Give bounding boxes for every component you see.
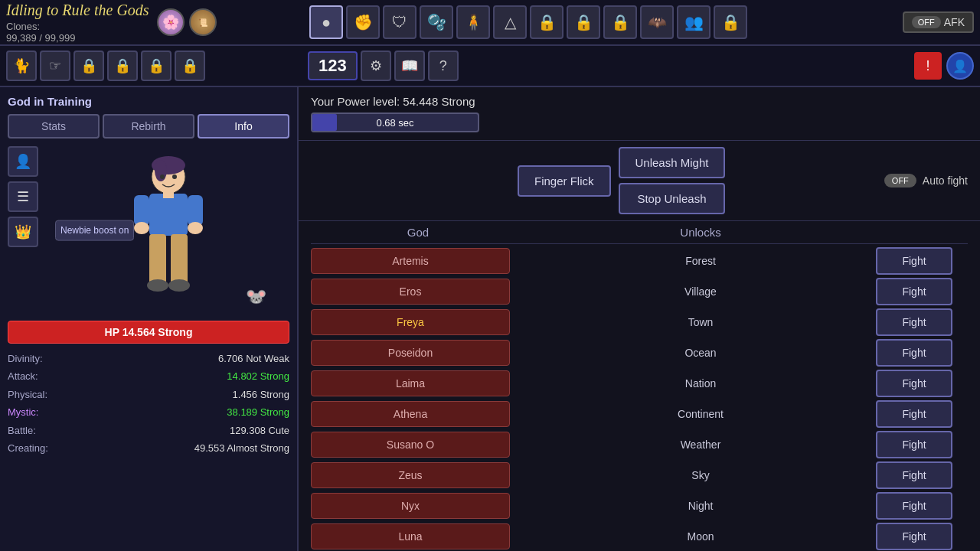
unlocks-cell: Forest	[531, 255, 870, 267]
resource-icons: 🌸 📜	[157, 8, 217, 36]
stats-grid: Divinity:6.706 Not WeakAttack:14.802 Str…	[8, 350, 289, 457]
avatar-icon[interactable]: 👤	[8, 146, 38, 177]
lock6-icon[interactable]: 🔒	[107, 51, 138, 81]
question-icon[interactable]: ?	[428, 51, 459, 81]
char-sprite: Newbie boost on	[47, 146, 289, 315]
stat-label: Mystic:	[8, 403, 38, 421]
icon-row2-left: 🐈☞🔒🔒🔒🔒	[6, 51, 305, 81]
menu-icon[interactable]: ☰	[8, 181, 38, 212]
god-button-laima[interactable]: Laima	[311, 370, 510, 396]
fight-col-header	[876, 226, 968, 239]
panel-title: God in Training	[8, 95, 289, 108]
god-button-artemis[interactable]: Artemis	[311, 248, 510, 274]
god-button-susano-o[interactable]: Susano O	[311, 432, 510, 458]
table-row: NyxNightFight	[311, 492, 968, 520]
svg-point-12	[168, 279, 190, 292]
hp-bar: HP 14.564 Strong	[8, 321, 289, 344]
fight-button-zeus[interactable]: Fight	[876, 461, 952, 489]
crown-icon[interactable]: 👑	[8, 217, 38, 247]
god-col-header: God	[311, 226, 525, 239]
svg-rect-4	[134, 195, 149, 226]
table-row: LunaMoonFight	[311, 523, 968, 550]
hand-icon[interactable]: ☞	[40, 51, 70, 81]
lock1-icon[interactable]: 🔒	[530, 5, 564, 39]
shield-icon[interactable]: 🛡	[383, 5, 416, 39]
person-icon[interactable]: 🧍	[456, 5, 490, 39]
circle-icon[interactable]: ●	[309, 5, 343, 39]
tab-rebirth[interactable]: Rebirth	[103, 114, 194, 139]
fight-button-artemis[interactable]: Fight	[876, 247, 952, 275]
pearl-icon[interactable]: 🌸	[157, 8, 185, 36]
stop-unleash-button[interactable]: Stop Unleash	[619, 183, 726, 214]
stat-value: 38.189 Strong	[227, 403, 289, 421]
stat-value: 6.706 Not Weak	[218, 350, 289, 367]
svg-rect-8	[163, 191, 174, 198]
tab-info[interactable]: Info	[198, 114, 289, 139]
action-bar: Your Power level: 54.448 Strong 0.68 sec	[299, 87, 980, 141]
alert-button[interactable]: !	[914, 52, 942, 80]
god-button-zeus[interactable]: Zeus	[311, 462, 510, 488]
gods-section: God Unlocks ArtemisForestFightErosVillag…	[299, 221, 980, 551]
tab-stats[interactable]: Stats	[8, 114, 100, 139]
drops-icon[interactable]: 🫧	[420, 5, 453, 39]
progress-fill	[312, 114, 337, 131]
finger-flick-button[interactable]: Finger Flick	[518, 165, 611, 197]
lock8-icon[interactable]: 🔒	[175, 51, 205, 81]
god-button-poseidon[interactable]: Poseidon	[311, 340, 510, 366]
fight-button-freya[interactable]: Fight	[876, 308, 952, 336]
fight-button-eros[interactable]: Fight	[876, 278, 952, 305]
auto-toggle-label: OFF	[884, 174, 916, 187]
lock7-icon[interactable]: 🔒	[141, 51, 172, 81]
progress-bar: 0.68 sec	[311, 112, 479, 132]
book-icon[interactable]: 📖	[394, 51, 425, 81]
fight-button-poseidon[interactable]: Fight	[876, 339, 952, 367]
svg-point-7	[188, 222, 203, 234]
avatar-button[interactable]: 👤	[946, 52, 974, 80]
mouse-icon: 🐭	[246, 287, 266, 307]
scroll-icon[interactable]: 📜	[189, 8, 217, 36]
unlocks-col-header: Unlocks	[525, 226, 876, 239]
lock3-icon[interactable]: 🔒	[603, 5, 637, 39]
god-button-freya[interactable]: Freya	[311, 309, 510, 335]
god-button-luna[interactable]: Luna	[311, 523, 510, 549]
svg-point-13	[160, 174, 165, 179]
bat-icon[interactable]: 🦇	[640, 5, 674, 39]
top-icons-row1: ●✊🛡🫧🧍△🔒🔒🔒🦇👥🔒	[309, 5, 747, 39]
table-row: ErosVillageFight	[311, 278, 968, 305]
fight-button-luna[interactable]: Fight	[876, 523, 952, 550]
power-level-text: Your Power level: 54.448 Strong	[311, 95, 968, 108]
table-row: ZeusSkyFight	[311, 461, 968, 489]
svg-point-6	[134, 222, 149, 234]
fight-button-nyx[interactable]: Fight	[876, 492, 952, 520]
unlocks-cell: Town	[531, 316, 870, 328]
stat-label: Battle:	[8, 422, 36, 439]
right-area: Your Power level: 54.448 Strong 0.68 sec…	[299, 87, 980, 551]
game-title: Idling to Rule the Gods	[6, 2, 149, 19]
fight-button-susano-o[interactable]: Fight	[876, 431, 952, 458]
cat-icon[interactable]: 🐈	[6, 51, 37, 81]
stat-row: Creating:49.553 Almost Strong	[8, 439, 289, 457]
left-panel: God in Training StatsRebirthInfo 👤☰👑 New…	[0, 87, 299, 551]
god-button-nyx[interactable]: Nyx	[311, 493, 510, 519]
god-button-eros[interactable]: Eros	[311, 279, 510, 305]
unleash-might-button[interactable]: Unleash Might	[619, 147, 726, 178]
fight-button-laima[interactable]: Fight	[876, 370, 952, 397]
lock5-icon[interactable]: 🔒	[74, 51, 104, 81]
stat-value: 129.308 Cute	[230, 422, 289, 439]
unlocks-cell: Ocean	[531, 347, 870, 359]
pyramid-icon[interactable]: △	[493, 5, 527, 39]
afk-toggle-btn[interactable]: OFF AFK	[903, 11, 974, 33]
lock4-icon[interactable]: 🔒	[714, 5, 747, 39]
group-icon[interactable]: 👥	[677, 5, 710, 39]
stat-label: Divinity:	[8, 350, 43, 367]
number-badge[interactable]: 123	[308, 51, 358, 80]
table-row: AthenaContinentFight	[311, 400, 968, 428]
svg-rect-3	[149, 194, 188, 236]
gear-icon[interactable]: ⚙	[361, 51, 391, 81]
god-button-athena[interactable]: Athena	[311, 401, 510, 427]
progress-text: 0.68 sec	[376, 117, 413, 129]
lock2-icon[interactable]: 🔒	[567, 5, 600, 39]
fight-button-athena[interactable]: Fight	[876, 400, 952, 428]
fist-icon[interactable]: ✊	[346, 5, 380, 39]
svg-rect-9	[149, 234, 166, 284]
